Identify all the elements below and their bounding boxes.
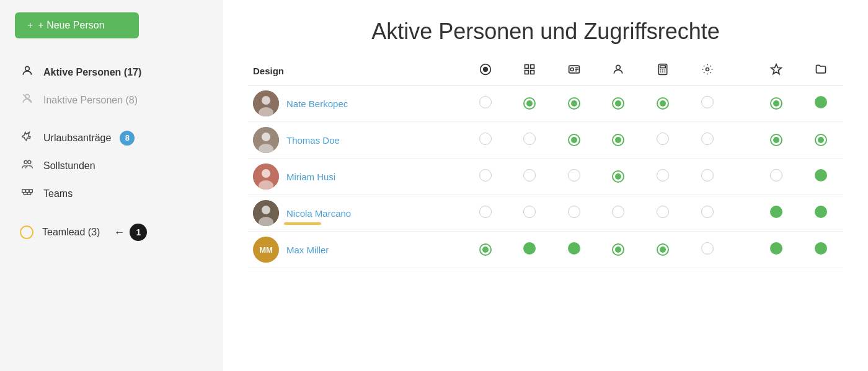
radio-empty-cell[interactable] — [479, 96, 492, 108]
person-name-link[interactable]: Nicola Marcano — [286, 208, 351, 219]
new-person-button[interactable]: + + Neue Person — [15, 12, 139, 38]
person-name-link[interactable]: Nate Berkopec — [286, 98, 348, 109]
radio-empty-cell[interactable] — [523, 169, 536, 181]
radio-filled-cell[interactable] — [523, 97, 536, 110]
permission-cell-1[interactable] — [507, 232, 552, 268]
permission-cell-0[interactable] — [463, 232, 508, 268]
person-name-link[interactable]: Miriam Husi — [286, 172, 335, 182]
radio-empty-cell[interactable] — [657, 206, 669, 218]
permission-cell-3[interactable] — [596, 85, 641, 122]
permission-cell-4[interactable] — [640, 195, 685, 232]
radio-empty-cell[interactable] — [657, 133, 669, 145]
table-body: Nate Berkopec Thomas Doe Miriam Husi Nic… — [248, 85, 843, 268]
radio-empty-cell[interactable] — [701, 133, 714, 145]
svg-rect-15 — [531, 65, 534, 69]
permission-cell-5[interactable] — [685, 232, 730, 268]
permission-cell-8[interactable] — [799, 122, 843, 159]
sidebar-item-teamlead[interactable]: Teamlead (3) ← 1 — [15, 217, 208, 247]
permission-cell-1[interactable] — [507, 85, 552, 122]
table-row: Thomas Doe — [248, 122, 843, 159]
permission-cell-2[interactable] — [552, 122, 596, 159]
teams-label: Teams — [43, 188, 73, 199]
permission-cell-3[interactable] — [596, 159, 641, 195]
radio-empty-cell[interactable] — [568, 169, 580, 181]
permission-cell-7[interactable] — [755, 232, 799, 268]
permission-cell-0[interactable] — [463, 122, 508, 159]
sidebar-item-teams[interactable]: Teams — [15, 180, 208, 207]
permission-cell-2[interactable] — [552, 85, 596, 122]
permission-cell-4[interactable] — [640, 122, 685, 159]
svg-line-2 — [23, 94, 31, 102]
sidebar-item-inaktive[interactable]: Inaktive Personen (8) — [15, 86, 208, 114]
teamlead-label: Teamlead (3) — [42, 227, 100, 238]
radio-filled-cell[interactable] — [568, 97, 580, 110]
radio-filled-cell[interactable] — [770, 97, 782, 110]
radio-empty-cell[interactable] — [479, 206, 492, 218]
radio-empty-cell[interactable] — [701, 242, 714, 255]
permission-cell-8[interactable] — [799, 232, 843, 268]
person-name-link[interactable]: Max Miller — [286, 245, 329, 255]
radio-empty-cell[interactable] — [523, 133, 536, 145]
permission-cell-4[interactable] — [640, 159, 685, 195]
radio-filled-cell[interactable] — [612, 170, 624, 183]
radio-filled-cell[interactable] — [657, 243, 669, 256]
permission-cell-2[interactable] — [552, 195, 596, 232]
radio-empty-cell[interactable] — [479, 169, 492, 181]
permission-cell-7[interactable] — [755, 122, 799, 159]
radio-empty-cell[interactable] — [701, 169, 714, 181]
sidebar-item-sollstunden[interactable]: Sollstunden — [15, 152, 208, 180]
permission-cell-4[interactable] — [640, 232, 685, 268]
col6-header — [685, 57, 730, 85]
permission-cell-5[interactable] — [685, 159, 730, 195]
sidebar-navigation: Aktive Personen (17) Inaktive Personen (… — [15, 58, 208, 247]
svg-point-13 — [482, 67, 487, 72]
radio-empty-cell[interactable] — [479, 133, 492, 145]
permission-cell-1[interactable] — [507, 122, 552, 159]
radio-filled-cell[interactable] — [657, 97, 669, 110]
radio-filled-cell[interactable] — [612, 134, 624, 146]
radio-empty-cell[interactable] — [701, 96, 714, 108]
radio-filled-cell[interactable] — [612, 243, 624, 256]
permission-cell-0[interactable] — [463, 85, 508, 122]
permission-cell-0[interactable] — [463, 195, 508, 232]
svg-point-44 — [262, 206, 270, 214]
radio-filled-cell[interactable] — [479, 243, 492, 256]
radio-empty-cell[interactable] — [568, 206, 580, 218]
permission-cell-3[interactable] — [596, 195, 641, 232]
permission-cell-7[interactable] — [755, 195, 799, 232]
permission-cell-1[interactable] — [507, 195, 552, 232]
radio-empty-cell[interactable] — [701, 206, 714, 218]
permission-cell-5[interactable] — [685, 85, 730, 122]
star-header-icon — [770, 66, 782, 78]
radio-filled-cell[interactable] — [770, 134, 782, 146]
sidebar-item-aktive[interactable]: Aktive Personen (17) — [15, 58, 208, 86]
permission-cell-7[interactable] — [755, 159, 799, 195]
radio-empty-cell[interactable] — [523, 206, 536, 218]
permission-cell-1[interactable] — [507, 159, 552, 195]
permission-cell-5[interactable] — [685, 122, 730, 159]
radio-empty-cell[interactable] — [612, 206, 624, 218]
radio-filled-cell[interactable] — [815, 134, 827, 146]
permission-cell-3[interactable] — [596, 122, 641, 159]
sidebar-item-urlaubsantraege[interactable]: Urlaubsanträge 8 — [15, 124, 208, 152]
permission-cell-0[interactable] — [463, 159, 508, 195]
person-name-link[interactable]: Thomas Doe — [286, 135, 340, 146]
permission-cell-8[interactable] — [799, 85, 843, 122]
permissions-table: Design — [248, 57, 843, 268]
permission-cell-2[interactable] — [552, 232, 596, 268]
spacer-cell — [730, 159, 755, 195]
svg-point-38 — [262, 133, 270, 141]
permission-cell-2[interactable] — [552, 159, 596, 195]
radio-filled-cell[interactable] — [612, 97, 624, 110]
col5-header — [640, 57, 685, 85]
permission-cell-8[interactable] — [799, 195, 843, 232]
permission-cell-5[interactable] — [685, 195, 730, 232]
permission-cell-4[interactable] — [640, 85, 685, 122]
permission-cell-3[interactable] — [596, 232, 641, 268]
sidebar: + + Neue Person Aktive Personen (17) Ina… — [0, 0, 223, 371]
radio-empty-cell[interactable] — [657, 169, 669, 181]
permission-cell-8[interactable] — [799, 159, 843, 195]
radio-filled-cell[interactable] — [568, 134, 580, 146]
permission-cell-7[interactable] — [755, 85, 799, 122]
radio-empty-cell[interactable] — [770, 169, 782, 181]
